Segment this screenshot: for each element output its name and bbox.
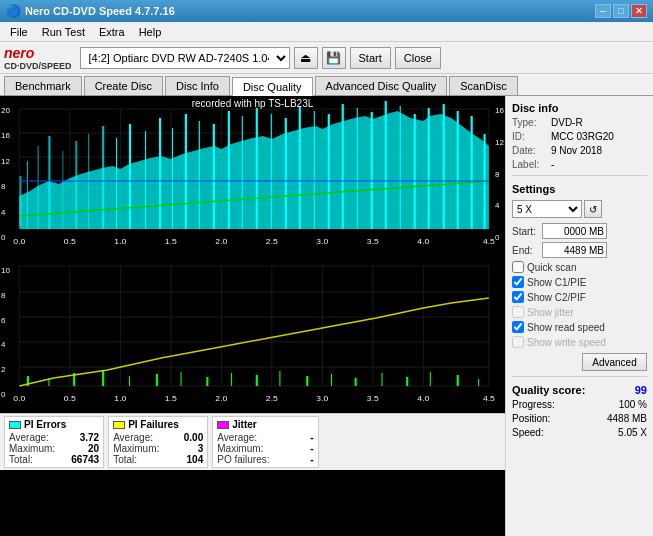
- svg-rect-98: [478, 379, 479, 386]
- y-axis-right-4: 4: [495, 201, 504, 210]
- svg-text:2.5: 2.5: [266, 236, 278, 246]
- start-row: Start:: [512, 223, 647, 239]
- disc-type-row: Type: DVD-R: [512, 117, 647, 128]
- menu-extra[interactable]: Extra: [93, 25, 131, 39]
- svg-text:0.5: 0.5: [64, 236, 76, 246]
- progress-row: Progress: 100 %: [512, 399, 647, 410]
- show-c2-checkbox[interactable]: [512, 291, 524, 303]
- cd-dvd-logo: CD·DVD/SPEED: [4, 61, 72, 71]
- svg-text:0.0: 0.0: [13, 236, 25, 246]
- svg-rect-21: [62, 151, 63, 229]
- tab-disc-info[interactable]: Disc Info: [165, 76, 230, 95]
- recorded-label: recorded with hp TS-LB23L: [192, 98, 314, 109]
- pi-total-value: 66743: [59, 454, 99, 465]
- svg-rect-97: [457, 375, 459, 386]
- pi-avg-label: Average:: [9, 432, 49, 443]
- show-c1-checkbox[interactable]: [512, 276, 524, 288]
- pi-errors-color: [9, 421, 21, 429]
- tab-benchmark[interactable]: Benchmark: [4, 76, 82, 95]
- speed-value: 5.05 X: [618, 427, 647, 438]
- show-c1-label: Show C1/PIE: [527, 277, 586, 288]
- quick-scan-label: Quick scan: [527, 262, 576, 273]
- y2-axis-0: 0: [1, 390, 10, 399]
- svg-rect-19: [38, 146, 39, 229]
- svg-rect-96: [430, 372, 431, 386]
- pif-avg-value: 0.00: [163, 432, 203, 443]
- save-icon-button[interactable]: 💾: [322, 47, 346, 69]
- pi-failures-stats: PI Failures Average: 0.00 Maximum: 3 Tot…: [108, 416, 208, 468]
- svg-text:0.5: 0.5: [64, 393, 76, 403]
- disc-label-row: Label: -: [512, 159, 647, 170]
- svg-text:1.0: 1.0: [114, 236, 126, 246]
- svg-rect-20: [48, 136, 50, 229]
- quick-scan-checkbox[interactable]: [512, 261, 524, 273]
- svg-rect-41: [342, 104, 344, 229]
- start-button[interactable]: Start: [350, 47, 391, 69]
- svg-rect-91: [306, 376, 308, 386]
- chart-bottom-svg: 0.0 0.5 1.0 1.5 2.0 2.5 3.0 3.5 4.0 4.5: [0, 258, 505, 413]
- svg-rect-30: [185, 114, 187, 229]
- svg-rect-46: [414, 114, 416, 229]
- svg-rect-86: [181, 372, 182, 386]
- tabs-bar: Benchmark Create Disc Disc Info Disc Qua…: [0, 74, 653, 96]
- svg-rect-44: [385, 101, 387, 229]
- y2-axis-10: 10: [1, 266, 10, 275]
- close-main-button[interactable]: Close: [395, 47, 441, 69]
- pi-total-label: Total:: [9, 454, 33, 465]
- speed-setting-row: 5 X ↺: [512, 200, 647, 218]
- svg-rect-31: [199, 121, 200, 229]
- pif-total-label: Total:: [113, 454, 137, 465]
- svg-text:1.0: 1.0: [114, 393, 126, 403]
- disc-date-value: 9 Nov 2018: [551, 145, 602, 156]
- speed-label: Speed:: [512, 427, 544, 438]
- show-jitter-label: Show jitter: [527, 307, 574, 318]
- start-input[interactable]: [542, 223, 607, 239]
- show-read-speed-checkbox[interactable]: [512, 321, 524, 333]
- chart-top: recorded with hp TS-LB23L 20 16 12 8 4 0…: [0, 96, 505, 256]
- close-button[interactable]: ✕: [631, 4, 647, 18]
- refresh-icon-button[interactable]: ↺: [584, 200, 602, 218]
- svg-rect-17: [19, 176, 21, 226]
- y2-axis-6: 6: [1, 316, 10, 325]
- svg-text:4.0: 4.0: [417, 393, 429, 403]
- svg-rect-87: [206, 377, 208, 386]
- y-axis-right-0: 0: [495, 233, 504, 242]
- pi-errors-title: PI Errors: [24, 419, 66, 430]
- svg-rect-29: [172, 128, 173, 229]
- svg-rect-50: [471, 116, 473, 229]
- tab-disc-quality[interactable]: Disc Quality: [232, 77, 313, 96]
- svg-text:2.5: 2.5: [266, 393, 278, 403]
- title-bar: 🔵 Nero CD-DVD Speed 4.7.7.16 ─ □ ✕: [0, 0, 653, 22]
- pif-total-value: 104: [163, 454, 203, 465]
- svg-rect-48: [443, 104, 445, 229]
- menu-run-test[interactable]: Run Test: [36, 25, 91, 39]
- eject-icon-button[interactable]: ⏏: [294, 47, 318, 69]
- tab-advanced-disc-quality[interactable]: Advanced Disc Quality: [315, 76, 448, 95]
- end-input[interactable]: [542, 242, 607, 258]
- y-axis-top-12: 12: [1, 157, 10, 166]
- menu-file[interactable]: File: [4, 25, 34, 39]
- svg-rect-37: [285, 118, 287, 229]
- app-title: Nero CD-DVD Speed 4.7.7.16: [25, 5, 175, 17]
- menu-help[interactable]: Help: [133, 25, 168, 39]
- drive-select[interactable]: [4:2] Optiarc DVD RW AD-7240S 1.04: [80, 47, 290, 69]
- show-write-speed-label: Show write speed: [527, 337, 606, 348]
- maximize-button[interactable]: □: [613, 4, 629, 18]
- tab-create-disc[interactable]: Create Disc: [84, 76, 163, 95]
- tab-scan-disc[interactable]: ScanDisc: [449, 76, 517, 95]
- svg-rect-94: [381, 373, 382, 386]
- minimize-button[interactable]: ─: [595, 4, 611, 18]
- position-value: 4488 MB: [607, 413, 647, 424]
- advanced-button[interactable]: Advanced: [582, 353, 647, 371]
- progress-label: Progress:: [512, 399, 555, 410]
- pi-failures-color: [113, 421, 125, 429]
- speed-select[interactable]: 5 X: [512, 200, 582, 218]
- end-label: End:: [512, 245, 540, 256]
- y2-axis-4: 4: [1, 340, 10, 349]
- svg-text:4.0: 4.0: [417, 236, 429, 246]
- y-axis-top-8: 8: [1, 182, 10, 191]
- svg-rect-28: [159, 118, 161, 229]
- svg-rect-39: [314, 111, 315, 229]
- y2-axis-2: 2: [1, 365, 10, 374]
- svg-rect-43: [371, 112, 373, 229]
